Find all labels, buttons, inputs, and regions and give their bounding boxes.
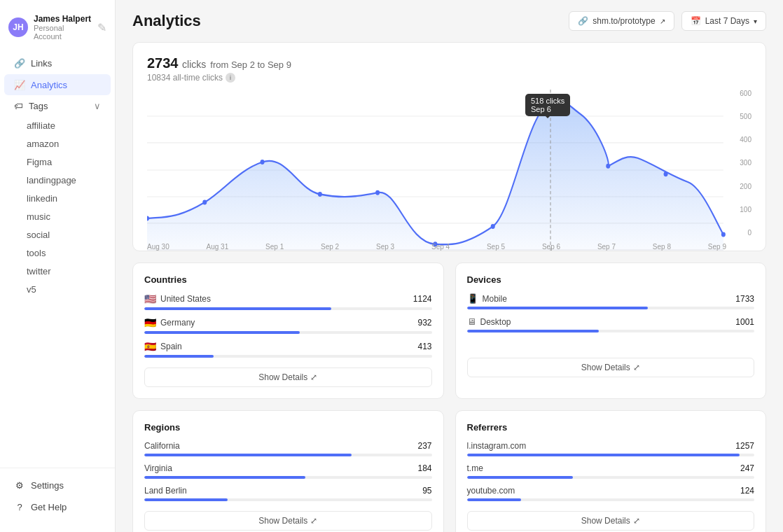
- svg-point-17: [721, 232, 726, 237]
- region-california-value: 237: [417, 441, 431, 451]
- sidebar: JH James Halpert Personal Account ✎ 🔗 Li…: [0, 0, 116, 532]
- sidebar-item-help[interactable]: ? Get Help: [4, 496, 111, 517]
- help-icon: ?: [14, 501, 25, 512]
- clicks-count: 2734 clicks: [147, 55, 206, 71]
- device-mobile-value: 1733: [735, 294, 754, 304]
- referrers-show-details-button[interactable]: Show Details ⤢: [467, 511, 755, 531]
- page-header: Analytics 🔗 shm.to/prototype ↗ 📅 Last 7 …: [132, 11, 766, 31]
- header-actions: 🔗 shm.to/prototype ↗ 📅 Last 7 Days ▾: [569, 11, 766, 31]
- sidebar-tags-label: Tags: [29, 101, 48, 111]
- sidebar-item-links[interactable]: 🔗 Links: [4, 52, 111, 74]
- x-axis: Aug 30Aug 31Sep 1Sep 2Sep 3Sep 4Sep 5Sep…: [147, 243, 726, 251]
- countries-card: Countries 🇺🇸 United States 1124 🇩🇪 Germa…: [132, 262, 444, 399]
- countries-show-details-button[interactable]: Show Details ⤢: [144, 368, 432, 387]
- referrer-telegram-label: t.me: [467, 463, 483, 473]
- user-name: James Halpert: [34, 14, 92, 24]
- tag-item-amazon[interactable]: amazon: [4, 135, 111, 153]
- tag-item-landingpage[interactable]: landingpage: [4, 172, 111, 189]
- calendar-icon: 📅: [691, 16, 701, 26]
- sidebar-tags-section[interactable]: 🏷 Tags ∨: [4, 96, 111, 116]
- country-de-value: 932: [417, 318, 431, 328]
- table-row: Land Berlin 95: [144, 486, 432, 501]
- table-row: l.instagram.com 1257: [467, 441, 755, 456]
- tag-item-linkedin[interactable]: linkedin: [4, 190, 111, 207]
- country-us-label: 🇺🇸 United States: [144, 293, 211, 304]
- expand-icon: ⤢: [310, 372, 317, 382]
- svg-point-9: [202, 200, 207, 205]
- date-range-button[interactable]: 📅 Last 7 Days ▾: [681, 11, 766, 31]
- region-virginia-value: 184: [417, 463, 431, 473]
- regions-referrers-grid: Regions California 237 Virginia 184 Land…: [132, 410, 766, 532]
- region-berlin-value: 95: [422, 486, 431, 496]
- analytics-chart: [147, 90, 751, 251]
- expand-icon: ⤢: [310, 516, 317, 526]
- svg-point-10: [261, 160, 265, 164]
- expand-icon: ⤢: [633, 363, 640, 372]
- tag-item-affiliate[interactable]: affiliate: [4, 117, 111, 134]
- country-de-label: 🇩🇪 Germany: [144, 317, 195, 328]
- svg-point-15: [606, 164, 610, 169]
- svg-point-14: [491, 224, 495, 229]
- date-range-text: from Sep 2 to Sep 9: [210, 59, 291, 70]
- external-icon: ↗: [660, 18, 665, 25]
- help-label: Get Help: [31, 502, 67, 512]
- sidebar-links-label: Links: [31, 58, 52, 69]
- svg-point-12: [375, 190, 380, 195]
- link-button[interactable]: 🔗 shm.to/prototype ↗: [569, 11, 674, 31]
- chart-container: 6005004003002001000 Aug 30Aug 31Sep 1Sep…: [147, 90, 751, 251]
- y-axis: 6005004003002001000: [726, 90, 751, 237]
- chevron-down-icon: ∨: [94, 101, 101, 111]
- device-desktop-value: 1001: [735, 317, 754, 327]
- region-virginia-label: Virginia: [144, 463, 172, 473]
- region-california-label: California: [144, 441, 180, 451]
- countries-devices-grid: Countries 🇺🇸 United States 1124 🇩🇪 Germa…: [132, 262, 766, 399]
- analytics-icon: 📈: [14, 79, 25, 90]
- country-es-value: 413: [417, 342, 431, 351]
- avatar: JH: [8, 18, 28, 37]
- referrer-instagram-value: 1257: [735, 441, 754, 451]
- all-time-clicks: 10834 all-time clicks i: [147, 73, 751, 83]
- table-row: t.me 247: [467, 463, 755, 479]
- countries-title: Countries: [144, 274, 432, 285]
- sidebar-analytics-label: Analytics: [31, 80, 67, 90]
- tag-item-social[interactable]: social: [4, 226, 111, 244]
- tag-item-tools[interactable]: tools: [4, 244, 111, 262]
- tags-list: affiliate amazon Figma landingpage linke…: [0, 117, 115, 298]
- link-label: shm.to/prototype: [593, 16, 655, 26]
- referrer-youtube-label: youtube.com: [467, 486, 515, 496]
- settings-label: Settings: [31, 480, 64, 491]
- devices-show-details-button[interactable]: Show Details ⤢: [467, 358, 755, 377]
- tag-item-twitter[interactable]: twitter: [4, 262, 111, 280]
- regions-title: Regions: [144, 422, 432, 433]
- sidebar-item-analytics[interactable]: 📈 Analytics: [4, 74, 111, 95]
- stats-headline: 2734 clicks from Sep 2 to Sep 9: [147, 55, 751, 71]
- referrer-instagram-label: l.instagram.com: [467, 441, 527, 451]
- stats-card: 2734 clicks from Sep 2 to Sep 9 10834 al…: [132, 42, 766, 251]
- device-mobile-label: 📱 Mobile: [467, 293, 507, 304]
- user-info: James Halpert Personal Account: [34, 14, 92, 41]
- devices-card: Devices 📱 Mobile 1733 🖥 Desktop 1001 Sho…: [455, 262, 767, 399]
- sidebar-bottom: ⚙ Settings ? Get Help: [0, 468, 115, 524]
- country-es-label: 🇪🇸 Spain: [144, 341, 182, 352]
- table-row: 🇺🇸 United States 1124: [144, 293, 432, 310]
- tag-item-figma[interactable]: Figma: [4, 153, 111, 171]
- info-icon[interactable]: i: [226, 73, 235, 83]
- external-link-icon: 🔗: [578, 16, 588, 26]
- referrers-card: Referrers l.instagram.com 1257 t.me 247 …: [455, 410, 767, 532]
- sidebar-item-settings[interactable]: ⚙ Settings: [4, 475, 111, 496]
- device-desktop-label: 🖥 Desktop: [467, 316, 511, 327]
- table-row: 📱 Mobile 1733: [467, 293, 755, 309]
- country-us-value: 1124: [413, 294, 432, 304]
- svg-point-16: [664, 172, 668, 176]
- date-range-label: Last 7 Days: [705, 16, 749, 26]
- table-row: 🖥 Desktop 1001: [467, 316, 755, 332]
- tag-item-music[interactable]: music: [4, 208, 111, 225]
- sidebar-nav: 🔗 Links 📈 Analytics 🏷 Tags ∨ affiliate a…: [0, 52, 115, 468]
- tag-item-v5[interactable]: v5: [4, 281, 111, 298]
- edit-icon[interactable]: ✎: [97, 21, 106, 34]
- user-profile[interactable]: JH James Halpert Personal Account ✎: [0, 8, 115, 52]
- page-title: Analytics: [132, 12, 201, 30]
- regions-card: Regions California 237 Virginia 184 Land…: [132, 410, 444, 532]
- regions-show-details-button[interactable]: Show Details ⤢: [144, 511, 432, 531]
- region-berlin-label: Land Berlin: [144, 486, 187, 496]
